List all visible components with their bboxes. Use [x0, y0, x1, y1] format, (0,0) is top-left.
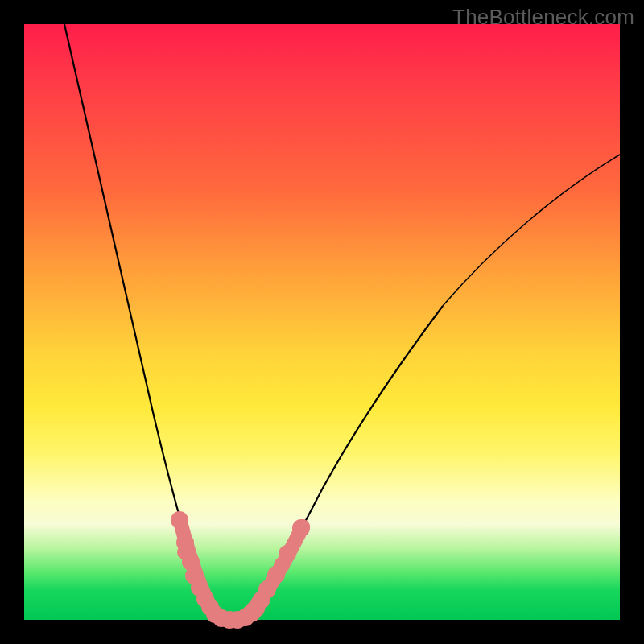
svg-point-21: [292, 519, 310, 537]
watermark-text: TheBottleneck.com: [452, 5, 634, 30]
marker-dots: [171, 511, 310, 629]
svg-point-0: [171, 511, 188, 529]
plot-area: [24, 24, 620, 620]
svg-point-20: [279, 545, 296, 563]
outer-frame: TheBottleneck.com: [0, 0, 644, 644]
curve-right-branch-far: [443, 155, 620, 306]
curve-left-branch: [64, 24, 217, 617]
chart-svg: [24, 24, 620, 620]
